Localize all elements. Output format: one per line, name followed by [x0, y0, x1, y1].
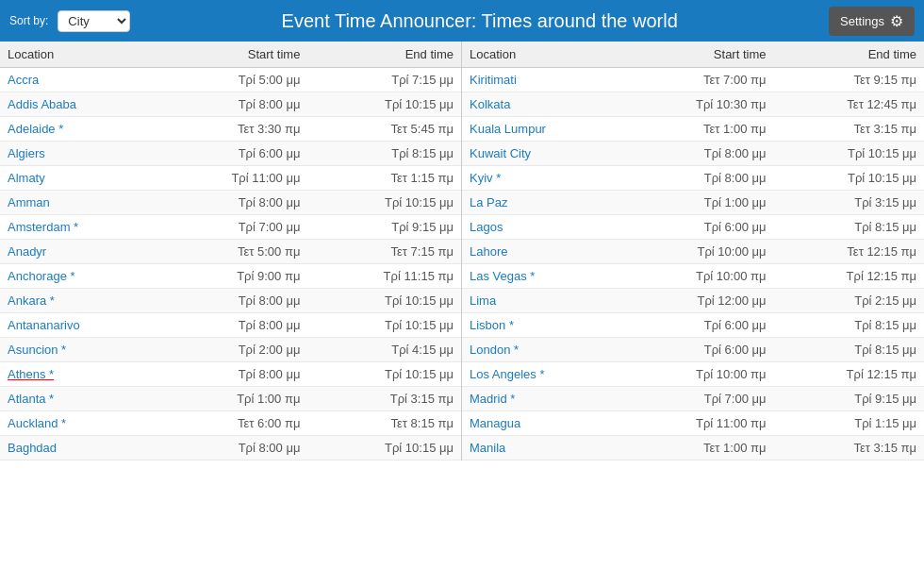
city-cell[interactable]: Kuwait City [462, 142, 623, 166]
table-row: Lisbon *Τρί 6:00 μμΤρί 8:15 μμ [462, 313, 924, 338]
city-cell[interactable]: Auckland * [0, 411, 157, 436]
city-cell[interactable]: Manila [462, 436, 623, 460]
end-time-cell: Τρί 10:15 μμ [773, 166, 924, 191]
table-row: LimaΤρί 12:00 μμΤρί 2:15 μμ [462, 289, 924, 313]
city-cell[interactable]: Amsterdam * [0, 215, 157, 240]
city-cell[interactable]: Adelaide * [0, 117, 157, 142]
city-cell[interactable]: La Paz [462, 191, 623, 215]
city-cell[interactable]: Lisbon * [462, 313, 623, 338]
settings-label: Settings [840, 14, 884, 28]
right-table-header-row: Location Start time End time [462, 42, 924, 68]
city-cell[interactable]: Almaty [0, 166, 157, 191]
city-cell[interactable]: Kiritimati [462, 68, 623, 92]
city-cell[interactable]: Lima [462, 289, 623, 313]
start-time-cell: Τρί 8:00 μμ [157, 289, 307, 313]
header: Sort by: CityTime Event Time Announcer: … [0, 0, 924, 42]
city-cell[interactable]: Atlanta * [0, 387, 157, 411]
table-row: AmmanΤρί 8:00 μμΤρί 10:15 μμ [0, 191, 461, 215]
city-cell[interactable]: Las Vegas * [462, 264, 623, 289]
table-row: AccraΤρί 5:00 μμΤρί 7:15 μμ [0, 68, 461, 92]
sort-select[interactable]: CityTime [58, 10, 130, 32]
end-time-cell: Τρί 9:15 μμ [773, 387, 924, 411]
end-time-cell: Τετ 1:15 πμ [307, 166, 461, 191]
table-row: Kuala LumpurΤετ 1:00 πμΤετ 3:15 πμ [462, 117, 924, 142]
table-row: ManaguaΤρί 11:00 πμΤρί 1:15 μμ [462, 411, 924, 436]
start-time-cell: Τρί 1:00 μμ [623, 191, 774, 215]
start-time-cell: Τρί 11:00 μμ [157, 166, 307, 191]
start-time-cell: Τρί 10:00 πμ [623, 264, 774, 289]
city-cell[interactable]: Anadyr [0, 240, 157, 264]
settings-button[interactable]: Settings ⚙ [829, 7, 915, 36]
city-cell[interactable]: Lahore [462, 240, 623, 264]
city-cell[interactable]: Algiers [0, 142, 157, 166]
city-cell[interactable]: Asuncion * [0, 338, 157, 362]
end-time-cell: Τρί 3:15 πμ [307, 387, 461, 411]
table-row: AntananarivoΤρί 8:00 μμΤρί 10:15 μμ [0, 313, 461, 338]
table-row: La PazΤρί 1:00 μμΤρί 3:15 μμ [462, 191, 924, 215]
header-left: Sort by: CityTime [9, 10, 130, 32]
end-time-cell: Τρί 11:15 πμ [307, 264, 461, 289]
start-time-cell: Τρί 6:00 μμ [623, 338, 774, 362]
table-row: London *Τρί 6:00 μμΤρί 8:15 μμ [462, 338, 924, 362]
end-time-cell: Τρί 8:15 μμ [773, 215, 924, 240]
start-time-cell: Τρί 8:00 μμ [623, 166, 774, 191]
city-cell[interactable]: Los Angeles * [462, 362, 623, 387]
city-cell[interactable]: Lagos [462, 215, 623, 240]
end-time-cell: Τρί 7:15 μμ [307, 68, 461, 92]
city-cell[interactable]: Kuala Lumpur [462, 117, 623, 142]
end-time-cell: Τετ 5:45 πμ [307, 117, 461, 142]
city-cell[interactable]: Kyiv * [462, 166, 623, 191]
left-table-header-row: Location Start time End time [0, 42, 461, 68]
header-title: Event Time Announcer: Times around the w… [130, 10, 829, 32]
city-cell[interactable]: Addis Ababa [0, 92, 157, 117]
end-time-cell: Τρί 2:15 μμ [773, 289, 924, 313]
table-row: Madrid *Τρί 7:00 μμΤρί 9:15 μμ [462, 387, 924, 411]
city-cell[interactable]: Anchorage * [0, 264, 157, 289]
start-time-cell: Τρί 6:00 μμ [623, 313, 774, 338]
city-cell[interactable]: Kolkata [462, 92, 623, 117]
end-time-cell: Τετ 3:15 πμ [773, 436, 924, 460]
start-time-cell: Τρί 8:00 μμ [157, 362, 307, 387]
start-time-cell: Τρί 8:00 μμ [157, 313, 307, 338]
start-time-cell: Τρί 7:00 μμ [157, 215, 307, 240]
end-time-cell: Τρί 10:15 μμ [307, 289, 461, 313]
start-time-cell: Τετ 3:30 πμ [157, 117, 307, 142]
tables-container: Location Start time End time AccraΤρί 5:… [0, 42, 924, 460]
end-time-cell: Τρί 12:15 πμ [773, 362, 924, 387]
city-cell[interactable]: Managua [462, 411, 623, 436]
table-row: LagosΤρί 6:00 μμΤρί 8:15 μμ [462, 215, 924, 240]
right-end-header: End time [773, 42, 924, 68]
table-row: Amsterdam *Τρί 7:00 μμΤρί 9:15 μμ [0, 215, 461, 240]
city-cell[interactable]: Baghdad [0, 436, 157, 460]
table-row: Kuwait CityΤρί 8:00 μμΤρί 10:15 μμ [462, 142, 924, 166]
city-cell[interactable]: Athens * [0, 362, 157, 387]
sort-label: Sort by: [9, 14, 48, 27]
city-cell[interactable]: Amman [0, 191, 157, 215]
app-container: Sort by: CityTime Event Time Announcer: … [0, 0, 924, 460]
city-cell[interactable]: Ankara * [0, 289, 157, 313]
left-table: Location Start time End time AccraΤρί 5:… [0, 42, 461, 460]
end-time-cell: Τρί 8:15 μμ [773, 313, 924, 338]
start-time-cell: Τετ 5:00 πμ [157, 240, 307, 264]
table-row: Anchorage *Τρί 9:00 πμΤρί 11:15 πμ [0, 264, 461, 289]
city-cell[interactable]: London * [462, 338, 623, 362]
city-cell[interactable]: Antananarivo [0, 313, 157, 338]
start-time-cell: Τρί 9:00 πμ [157, 264, 307, 289]
right-table: Location Start time End time KiritimatiΤ… [462, 42, 924, 460]
table-row: Los Angeles *Τρί 10:00 πμΤρί 12:15 πμ [462, 362, 924, 387]
table-row: Athens *Τρί 8:00 μμΤρί 10:15 μμ [0, 362, 461, 387]
table-row: AlmatyΤρί 11:00 μμΤετ 1:15 πμ [0, 166, 461, 191]
left-end-header: End time [307, 42, 461, 68]
start-time-cell: Τετ 6:00 πμ [157, 411, 307, 436]
start-time-cell: Τρί 7:00 μμ [623, 387, 774, 411]
table-row: AnadyrΤετ 5:00 πμΤετ 7:15 πμ [0, 240, 461, 264]
city-cell[interactable]: Accra [0, 68, 157, 92]
city-cell[interactable]: Madrid * [462, 387, 623, 411]
right-location-header: Location [462, 42, 623, 68]
start-time-cell: Τρί 6:00 μμ [623, 215, 774, 240]
start-time-cell: Τρί 10:00 μμ [623, 240, 774, 264]
end-time-cell: Τρί 10:15 μμ [307, 362, 461, 387]
table-row: Auckland *Τετ 6:00 πμΤετ 8:15 πμ [0, 411, 461, 436]
end-time-cell: Τετ 7:15 πμ [307, 240, 461, 264]
end-time-cell: Τρί 8:15 μμ [307, 142, 461, 166]
